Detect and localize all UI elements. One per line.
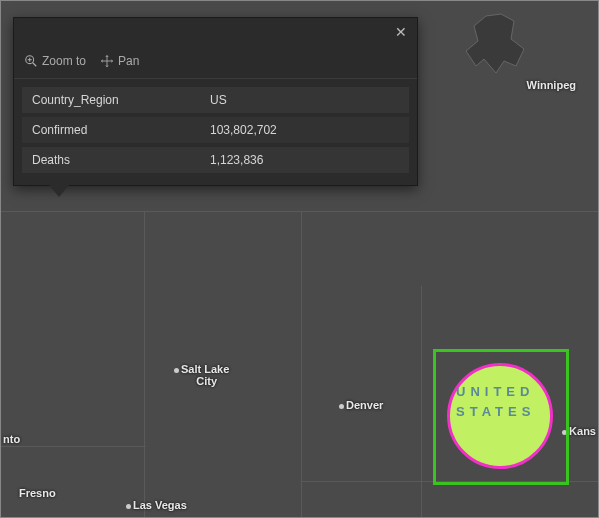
- close-icon[interactable]: ✕: [393, 24, 409, 40]
- lake-shape: [456, 11, 546, 86]
- city-denver: Denver: [339, 399, 383, 411]
- country-label-line1: UNITED: [456, 384, 534, 399]
- popup-body: Country_Region US Confirmed 103,802,702 …: [14, 79, 417, 185]
- city-las-vegas: Las Vegas: [126, 499, 187, 511]
- attr-key: Deaths: [22, 147, 200, 173]
- popup-toolbar: Zoom to Pan: [14, 48, 417, 79]
- city-truncated: nto: [3, 433, 20, 445]
- city-fresno: Fresno: [19, 487, 56, 499]
- city-dot-icon: [339, 404, 344, 409]
- attr-value: 1,123,836: [200, 147, 409, 173]
- city-winnipeg: Winnipeg: [527, 79, 576, 91]
- zoom-to-button[interactable]: Zoom to: [24, 54, 86, 68]
- city-dot-icon: [126, 504, 131, 509]
- attr-value: US: [200, 87, 409, 113]
- city-salt-lake-city: Salt Lake City: [174, 363, 229, 387]
- city-slc-line1: Salt Lake: [181, 363, 229, 375]
- pan-icon: [100, 54, 114, 68]
- country-label-line2: STATES: [456, 404, 535, 419]
- pan-button[interactable]: Pan: [100, 54, 139, 68]
- city-slc-line2: City: [196, 375, 217, 387]
- pan-label: Pan: [118, 54, 139, 68]
- table-row: Deaths 1,123,836: [22, 147, 409, 173]
- table-row: Country_Region US: [22, 87, 409, 113]
- zoom-to-label: Zoom to: [42, 54, 86, 68]
- popup-pointer-icon: [49, 185, 69, 197]
- svg-line-1: [33, 63, 37, 67]
- attr-value: 103,802,702: [200, 117, 409, 143]
- zoom-in-icon: [24, 54, 38, 68]
- table-row: Confirmed 103,802,702: [22, 117, 409, 143]
- attr-key: Confirmed: [22, 117, 200, 143]
- popup-header: ✕: [14, 18, 417, 48]
- city-dot-icon: [174, 368, 179, 373]
- feature-popup: ✕ Zoom to Pan Country_Region US Confirme…: [13, 17, 418, 186]
- attr-key: Country_Region: [22, 87, 200, 113]
